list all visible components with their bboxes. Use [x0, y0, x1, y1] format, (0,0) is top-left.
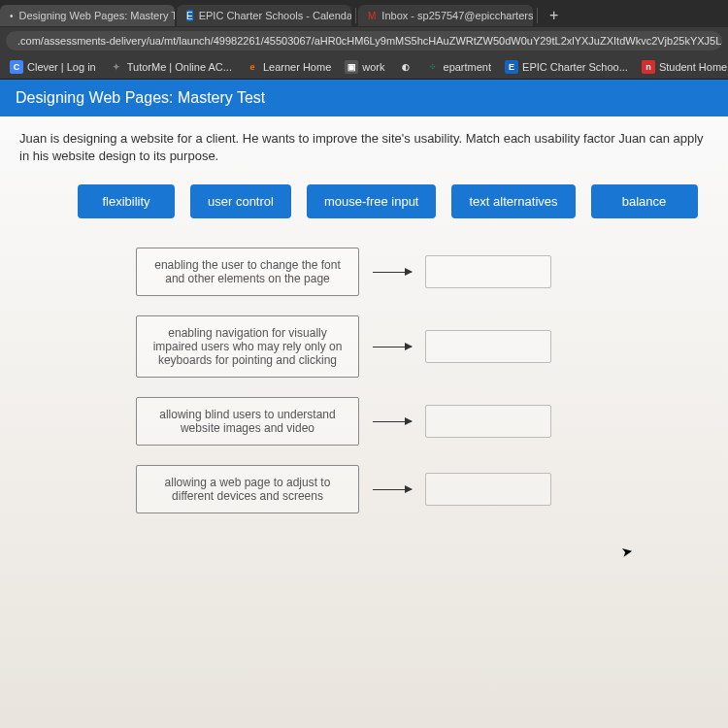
tab-separator [537, 8, 538, 23]
arrow-icon [373, 421, 412, 422]
page-content: Designing Web Pages: Mastery Test Juan i… [0, 80, 728, 728]
bookmark-label: work [362, 61, 384, 73]
tab-2[interactable]: M Inbox - sp257547@epiccharters × [358, 5, 533, 26]
tab-1[interactable]: E EPIC Charter Schools - Calendar × [177, 5, 351, 26]
drop-zone-1[interactable] [425, 330, 551, 363]
match-row-1: enabling navigation for visually impaire… [136, 315, 709, 378]
bookmark-icon: ◐ [399, 60, 413, 74]
bookmark-label: EPIC Charter Schoo... [522, 61, 628, 73]
bookmark-label: Student Home | No... [659, 61, 728, 73]
tab-favicon-2: M [368, 10, 376, 21]
drop-zone-3[interactable] [425, 473, 551, 506]
page-body: Juan is designing a website for a client… [0, 116, 728, 728]
tabs-row: • Designing Web Pages: Mastery T × E EPI… [0, 0, 728, 27]
bookmark-label: Clever | Log in [27, 61, 96, 73]
match-prompt-1: enabling navigation for visually impaire… [136, 315, 359, 378]
match-prompt-2: allowing blind users to understand websi… [136, 397, 359, 446]
bookmark-0[interactable]: CClever | Log in [10, 60, 96, 74]
options-row: flexibility user control mouse-free inpu… [78, 184, 709, 218]
tab-favicon-1: E [186, 10, 193, 21]
match-prompt-0: enabling the user to change the font and… [136, 248, 359, 296]
match-row-0: enabling the user to change the font and… [136, 248, 709, 296]
drop-zone-2[interactable] [425, 405, 551, 438]
tab-label-2: Inbox - sp257547@epiccharters [381, 10, 533, 21]
bookmark-3[interactable]: ▣work [345, 60, 384, 74]
match-row-2: allowing blind users to understand websi… [136, 397, 709, 446]
tab-separator [355, 8, 356, 23]
mouse-cursor-icon: ➤ [620, 543, 635, 560]
bookmark-6[interactable]: EEPIC Charter Schoo... [505, 60, 628, 74]
option-text-alternatives[interactable]: text alternatives [451, 184, 575, 218]
bookmark-2[interactable]: eLearner Home [246, 60, 331, 74]
bookmark-5[interactable]: ⁘epartment [426, 60, 492, 74]
tab-label-0: Designing Web Pages: Mastery T [19, 10, 175, 21]
bookmark-icon: E [505, 60, 518, 74]
bookmark-1[interactable]: ✦TutorMe | Online AC... [110, 60, 232, 74]
option-mouse-free-input[interactable]: mouse-free input [307, 184, 437, 218]
match-row-3: allowing a web page to adjust to differe… [136, 465, 709, 513]
page-title: Designing Web Pages: Mastery Test [0, 80, 728, 116]
match-prompt-3: allowing a web page to adjust to differe… [136, 465, 359, 513]
option-balance[interactable]: balance [591, 184, 698, 218]
bookmark-4[interactable]: ◐ [399, 60, 413, 74]
address-bar[interactable]: .com/assessments-delivery/ua/mt/launch/4… [6, 31, 722, 50]
bookmark-label: Learner Home [263, 61, 331, 73]
bookmark-label: TutorMe | Online AC... [127, 61, 232, 73]
arrow-icon [373, 272, 412, 273]
drop-zone-0[interactable] [425, 255, 551, 288]
tab-favicon-0: • [10, 10, 14, 21]
instructions-text: Juan is designing a website for a client… [19, 130, 709, 165]
arrow-icon [373, 489, 412, 490]
arrow-icon [373, 347, 412, 347]
bookmark-icon: n [642, 60, 655, 74]
bookmark-icon: ▣ [345, 60, 358, 74]
option-flexibility[interactable]: flexibility [78, 184, 175, 218]
bookmark-7[interactable]: nStudent Home | No... [642, 60, 728, 74]
matches-area: enabling the user to change the font and… [136, 248, 709, 513]
tab-0[interactable]: • Designing Web Pages: Mastery T × [0, 5, 175, 26]
new-tab-button[interactable]: + [540, 7, 568, 24]
bookmark-icon: ⁘ [426, 60, 440, 74]
browser-chrome: • Designing Web Pages: Mastery T × E EPI… [0, 0, 728, 80]
bookmark-icon: e [246, 60, 259, 74]
bookmarks-row: CClever | Log in ✦TutorMe | Online AC...… [0, 54, 728, 80]
address-row: .com/assessments-delivery/ua/mt/launch/4… [0, 27, 728, 54]
option-user-control[interactable]: user control [190, 184, 291, 218]
bookmark-icon: ✦ [110, 60, 123, 74]
bookmark-label: epartment [444, 61, 492, 73]
bookmark-icon: C [10, 60, 23, 74]
tab-label-1: EPIC Charter Schools - Calendar [199, 10, 351, 21]
